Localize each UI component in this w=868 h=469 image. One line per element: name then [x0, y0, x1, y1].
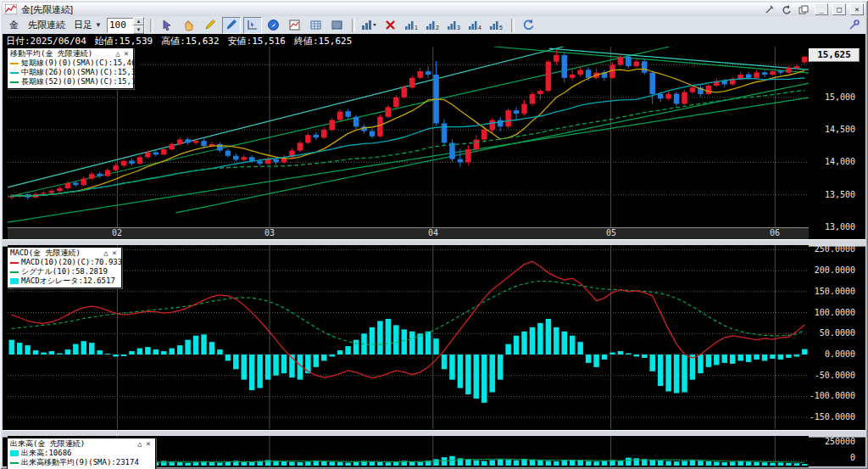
macd-histogram-bar: [73, 344, 79, 355]
grid-button[interactable]: [307, 17, 326, 34]
spin-down-button[interactable]: ▼: [133, 25, 144, 34]
macd-histogram-bar: [737, 355, 743, 360]
candle: [465, 149, 471, 162]
legend-close-button[interactable]: ×: [110, 248, 119, 258]
volume-bar: [706, 461, 712, 466]
bars-count-input[interactable]: [108, 20, 133, 31]
pane-count-3-button[interactable]: 3: [445, 17, 464, 34]
pane-count-1-button[interactable]: 1: [403, 17, 421, 34]
draw-brush-button[interactable]: [222, 17, 241, 34]
legend-title: 移動平均(金 先限連続): [10, 49, 114, 59]
macd-histogram-bar: [33, 350, 39, 355]
macd-histogram-bar: [242, 355, 248, 380]
macd-histogram-bar: [321, 355, 327, 360]
chart-client-area: 日付:2025/06/04始値:15,539高値:15,632安値:15,516…: [3, 34, 865, 466]
macd-histogram-bar: [161, 351, 167, 355]
volume-bar: [593, 461, 599, 466]
macd-histogram-bar: [537, 323, 543, 355]
toolbar-separator: [150, 19, 153, 32]
macd-histogram-bar: [25, 345, 31, 355]
macd-histogram-bar: [409, 332, 415, 355]
symbol-label[interactable]: 金: [6, 19, 22, 31]
macd-histogram-bar: [706, 355, 712, 367]
candle: [426, 71, 431, 75]
macd-histogram-bar: [602, 355, 608, 360]
select-cursor-button[interactable]: [159, 17, 177, 34]
volume-bar: [722, 462, 728, 466]
axis-label: 14,000: [825, 157, 855, 166]
pane-count-5-button[interactable]: 5: [487, 17, 506, 34]
title-bar[interactable]: 金[先限連続] _ □ ×: [3, 3, 865, 16]
refresh-button[interactable]: [520, 17, 538, 34]
pin-icon[interactable]: [763, 4, 776, 15]
minimize-button[interactable]: _: [815, 3, 828, 15]
spin-up-button[interactable]: ▲: [133, 17, 144, 25]
candle: [458, 159, 464, 163]
contract-label[interactable]: 先限連続: [25, 19, 69, 31]
axis-label: -50.0000: [815, 371, 855, 380]
month-label: 03: [264, 228, 275, 237]
pane-count-4-button[interactable]: 4: [466, 17, 485, 34]
legend-collapse-button[interactable]: △: [102, 248, 110, 258]
macd-histogram-bar: [305, 355, 311, 373]
macd-histogram-bar: [730, 355, 736, 364]
candle: [642, 61, 648, 72]
legend-close-button[interactable]: ×: [144, 439, 153, 449]
maximize-button[interactable]: □: [832, 3, 846, 15]
macd-histogram-bar: [177, 345, 183, 355]
compass-button[interactable]: [264, 17, 283, 34]
macd-legend: MACD(金 先限連続) △ × MACD(10)(20)(C):70.9336…: [7, 247, 122, 288]
macd-line-swatch: [10, 262, 19, 264]
legend-collapse-button[interactable]: △: [114, 49, 122, 59]
macd-histogram-bar: [634, 355, 640, 356]
delete-indicator-button[interactable]: [381, 17, 400, 34]
legend-item-label: 短期線(9)(0)(SMA)(C):15,461: [21, 59, 141, 68]
close-button[interactable]: ×: [850, 3, 864, 15]
info-close: 終値:15,625: [294, 36, 352, 47]
legend-close-button[interactable]: ×: [122, 49, 131, 59]
indicator-type-dropdown-button[interactable]: [360, 17, 379, 34]
legend-item: 出来高移動平均(9)(SMA):23174: [10, 458, 153, 467]
pan-hand-button[interactable]: [180, 17, 198, 34]
axis-label: 250000: [825, 437, 855, 446]
macd-plot[interactable]: [8, 245, 809, 429]
macd-histogram-bar: [665, 355, 671, 391]
volume-bar: [329, 461, 335, 466]
macd-histogram-bar: [474, 355, 480, 399]
legend-item-label: MACDオシレータ:12.6517: [21, 276, 115, 286]
reload-layout-icon[interactable]: [780, 4, 793, 15]
draw-line-button[interactable]: [201, 17, 220, 34]
period-dropdown[interactable]: 日足 ▼: [71, 19, 104, 31]
candle: [177, 140, 183, 144]
macd-histogram-bar: [505, 344, 511, 355]
macd-histogram-bar: [754, 355, 760, 360]
volume-bar: [530, 460, 536, 466]
macd-histogram-bar: [714, 355, 720, 365]
axis-pointer-button[interactable]: [243, 17, 262, 34]
macd-histogram-bar: [649, 355, 655, 371]
macd-histogram-bar: [17, 343, 23, 355]
pane-count-2-button[interactable]: 2: [424, 17, 442, 34]
macd-histogram-bar: [586, 355, 592, 363]
legend-item: シグナル(10):58.2819: [10, 267, 119, 276]
chart-window: 金[先限連続] _ □ × 金 先限連続 日足 ▼ ▲ ▼: [0, 0, 868, 469]
macd-histogram-bar: [193, 336, 199, 355]
legend-collapse-button[interactable]: △: [136, 439, 144, 449]
candle: [754, 73, 760, 78]
period-label: 日足: [74, 19, 92, 31]
macd-histogram-bar: [185, 340, 191, 355]
candle: [233, 156, 239, 160]
macd-histogram-bar: [554, 327, 559, 355]
chart-settings-icon[interactable]: [845, 18, 862, 33]
legend-title: 出来高(金 先限連続): [10, 439, 136, 449]
duplicate-window-icon[interactable]: [797, 4, 810, 15]
volume-bar: [474, 461, 480, 466]
dense-grid-button[interactable]: [328, 17, 347, 34]
candle: [257, 161, 263, 164]
chart-window-button[interactable]: [286, 17, 304, 34]
volume-bar: [249, 462, 255, 466]
candle: [417, 71, 423, 78]
date-axis[interactable]: 0203040506: [8, 227, 809, 240]
volume-bar: [602, 461, 608, 466]
candle: [57, 188, 63, 191]
